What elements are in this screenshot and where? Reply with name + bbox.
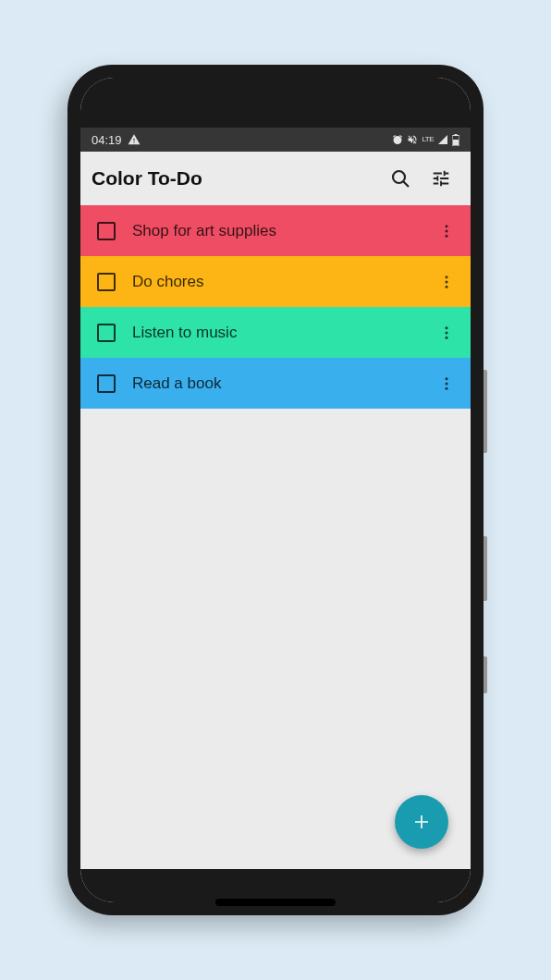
svg-point-11	[446, 326, 448, 329]
svg-point-13	[446, 336, 448, 338]
svg-point-8	[446, 276, 448, 278]
warning-icon	[128, 133, 141, 146]
svg-line-4	[403, 181, 409, 187]
mute-icon	[407, 134, 418, 145]
checkbox[interactable]	[97, 324, 116, 342]
phone-side-button	[484, 370, 487, 453]
checkbox[interactable]	[97, 222, 116, 240]
filter-button[interactable]	[421, 158, 461, 199]
bezel-top	[80, 78, 471, 128]
todo-label: Read a book	[132, 374, 413, 393]
checkbox[interactable]	[97, 273, 116, 291]
todo-label: Do chores	[132, 273, 413, 291]
todo-item[interactable]: Read a book	[80, 358, 471, 409]
top-bar: Color To-Do	[80, 152, 471, 205]
battery-icon	[452, 134, 459, 146]
search-button[interactable]	[380, 158, 421, 199]
todo-list: Shop for art supplies Do chores Listen t…	[80, 205, 471, 409]
svg-point-10	[446, 285, 448, 288]
more-button[interactable]	[430, 316, 463, 349]
plus-icon	[410, 811, 433, 833]
screen: 04:19 LTE Color To-Do Shop f	[80, 78, 471, 902]
todo-item[interactable]: Do chores	[80, 256, 471, 307]
app-title: Color To-Do	[92, 167, 380, 190]
search-icon	[389, 167, 411, 190]
add-button[interactable]	[395, 795, 448, 849]
nav-pill	[215, 899, 336, 906]
alarm-icon	[392, 134, 403, 145]
todo-label: Shop for art supplies	[132, 222, 413, 240]
svg-point-14	[446, 377, 448, 380]
phone-side-button	[484, 536, 487, 601]
bezel-bottom	[80, 869, 471, 902]
todo-item[interactable]: Listen to music	[80, 307, 471, 358]
more-vert-icon	[438, 325, 455, 341]
lte-icon: LTE	[422, 136, 434, 143]
svg-point-12	[446, 331, 448, 334]
phone-side-button	[484, 656, 487, 693]
svg-point-9	[446, 280, 448, 283]
svg-point-15	[446, 382, 448, 385]
phone-frame: 04:19 LTE Color To-Do Shop f	[67, 65, 484, 915]
more-vert-icon	[438, 274, 455, 290]
svg-point-7	[446, 234, 448, 237]
svg-rect-2	[453, 140, 459, 145]
status-time: 04:19	[92, 133, 122, 147]
todo-label: Listen to music	[132, 324, 413, 342]
more-vert-icon	[438, 223, 455, 239]
svg-point-5	[446, 225, 448, 227]
svg-rect-1	[455, 134, 458, 136]
checkbox[interactable]	[97, 374, 116, 393]
more-button[interactable]	[430, 214, 463, 248]
status-right: LTE	[392, 134, 459, 146]
svg-point-6	[446, 229, 448, 232]
more-vert-icon	[438, 375, 455, 392]
svg-point-3	[393, 171, 405, 183]
svg-point-16	[446, 386, 448, 389]
todo-item[interactable]: Shop for art supplies	[80, 205, 471, 256]
tune-icon	[431, 168, 451, 189]
signal-icon	[437, 134, 448, 145]
more-button[interactable]	[430, 265, 463, 299]
more-button[interactable]	[430, 367, 463, 400]
status-bar: 04:19 LTE	[80, 128, 471, 152]
